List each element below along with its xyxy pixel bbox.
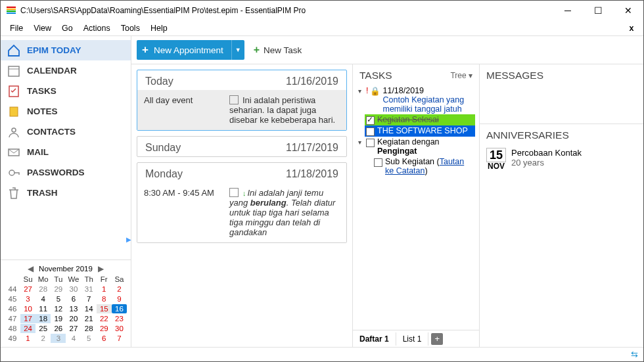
cal-day[interactable]: 13 bbox=[66, 304, 81, 313]
cal-day[interactable]: 30 bbox=[112, 324, 127, 333]
cal-day[interactable]: 17 bbox=[20, 314, 35, 323]
plus-icon: + bbox=[254, 44, 260, 56]
cal-day[interactable]: 7 bbox=[81, 294, 97, 304]
task-checkbox[interactable] bbox=[366, 139, 375, 147]
cal-day[interactable]: 31 bbox=[81, 284, 97, 294]
cal-day[interactable]: 6 bbox=[97, 334, 112, 343]
task-tab[interactable]: Daftar 1 bbox=[353, 332, 396, 346]
sidebar-item-contacts[interactable]: CONTACTS bbox=[1, 122, 131, 142]
task-text[interactable]: 11/18/2019Contoh Kegiatan yang memiliki … bbox=[382, 86, 474, 114]
menu-file[interactable]: File bbox=[5, 24, 28, 33]
cal-day[interactable]: 10 bbox=[20, 304, 35, 313]
cal-day[interactable]: 2 bbox=[35, 334, 51, 343]
anniv-age: 20 years bbox=[511, 158, 582, 168]
panel-title: MESSAGES bbox=[486, 70, 543, 81]
cal-day[interactable]: 18 bbox=[35, 314, 51, 323]
menu-help[interactable]: Help bbox=[145, 24, 173, 33]
cal-day[interactable]: 25 bbox=[35, 324, 51, 333]
menu-go[interactable]: Go bbox=[57, 24, 78, 33]
recurring-icon: ↓ bbox=[242, 189, 246, 197]
cal-day[interactable]: 19 bbox=[51, 314, 66, 323]
trash-icon bbox=[7, 187, 20, 200]
cal-day[interactable]: 4 bbox=[66, 334, 81, 343]
anniv-month: NOV bbox=[486, 162, 506, 170]
cal-day[interactable]: 24 bbox=[20, 324, 35, 333]
new-appointment-button[interactable]: +New Appointment ▼ bbox=[137, 40, 244, 60]
cal-day[interactable]: 3 bbox=[51, 334, 66, 343]
cal-day[interactable]: 27 bbox=[66, 324, 81, 333]
tree-toggle[interactable]: ▾ bbox=[358, 86, 366, 95]
mini-calendar[interactable]: ◀ November 2019 ▶ SuMoTuWeThFrSa44272829… bbox=[1, 260, 131, 347]
cal-day[interactable]: 29 bbox=[51, 284, 66, 294]
cal-day[interactable]: 20 bbox=[66, 314, 81, 323]
sidebar-item-trash[interactable]: TRASH bbox=[1, 183, 131, 203]
cal-day[interactable]: 15 bbox=[97, 304, 112, 313]
sidebar-label: MAIL bbox=[27, 147, 49, 157]
new-task-button[interactable]: + New Task bbox=[248, 40, 310, 60]
cal-day[interactable]: 28 bbox=[35, 284, 51, 294]
cal-day[interactable]: 21 bbox=[81, 314, 97, 323]
cal-day[interactable]: 5 bbox=[51, 294, 66, 304]
task-text[interactable]: Kegiatan Selesai bbox=[377, 115, 474, 124]
minimize-button[interactable]: ─ bbox=[553, 1, 583, 20]
close-button[interactable]: ✕ bbox=[613, 1, 643, 20]
task-checkbox[interactable] bbox=[366, 116, 375, 125]
cal-day[interactable]: 9 bbox=[112, 294, 127, 304]
cal-day[interactable]: 28 bbox=[81, 324, 97, 333]
sidebar-item-mail[interactable]: MAIL bbox=[1, 142, 131, 162]
menubar-close-button[interactable]: x bbox=[624, 24, 639, 33]
cal-day[interactable]: 26 bbox=[51, 324, 66, 333]
sidebar-item-notes[interactable]: NOTES bbox=[1, 101, 131, 122]
task-tab[interactable]: List 1 bbox=[396, 332, 429, 346]
task-checkbox[interactable] bbox=[366, 127, 375, 136]
event-checkbox[interactable] bbox=[229, 188, 239, 197]
menu-view[interactable]: View bbox=[28, 24, 57, 33]
cal-day[interactable]: 1 bbox=[20, 334, 35, 343]
cal-day[interactable]: 12 bbox=[51, 304, 66, 313]
today-block[interactable]: Today 11/16/2019 All day event Ini adala… bbox=[137, 70, 347, 131]
monday-block[interactable]: Monday 11/18/2019 8:30 AM - 9:45 AM ↓Ini… bbox=[137, 162, 347, 243]
menu-actions[interactable]: Actions bbox=[78, 24, 116, 33]
task-text[interactable]: Kegiatan dengan Pengingat bbox=[377, 137, 474, 156]
cal-day[interactable]: 1 bbox=[97, 284, 112, 294]
cal-day[interactable]: 7 bbox=[112, 334, 127, 343]
cal-day[interactable]: 29 bbox=[97, 324, 112, 333]
sidebar-item-calendar[interactable]: CALENDAR bbox=[1, 60, 131, 81]
right-column: MESSAGES ANNIVERSARIES 15 NOV Percobaan … bbox=[480, 64, 643, 347]
cal-day[interactable]: 5 bbox=[81, 334, 97, 343]
cal-day[interactable]: 6 bbox=[66, 294, 81, 304]
cal-day[interactable]: 16 bbox=[112, 304, 127, 313]
menu-tools[interactable]: Tools bbox=[116, 24, 145, 33]
new-appointment-dropdown[interactable]: ▼ bbox=[231, 40, 244, 60]
cal-day[interactable]: 27 bbox=[20, 284, 35, 294]
button-label: New Appointment bbox=[154, 45, 223, 55]
cal-day[interactable]: 3 bbox=[20, 294, 35, 304]
tasks-view-dropdown[interactable]: Tree ▾ bbox=[450, 71, 472, 80]
cal-day[interactable]: 11 bbox=[35, 304, 51, 313]
cal-day[interactable]: 23 bbox=[112, 314, 127, 323]
cal-day[interactable]: 8 bbox=[97, 294, 112, 304]
day-label: Sunday bbox=[145, 142, 181, 154]
sync-icon[interactable]: ⇆ bbox=[631, 350, 638, 359]
anniversary-item[interactable]: 15 NOV Percobaan Kontak 20 years bbox=[480, 144, 643, 174]
task-checkbox[interactable] bbox=[374, 158, 382, 167]
sidebar-collapse-handle[interactable]: ▶ bbox=[1, 203, 131, 260]
cal-next-button[interactable]: ▶ bbox=[97, 264, 106, 273]
task-text[interactable]: Sub Kegiatan (Tautan ke Catatan) bbox=[385, 157, 474, 175]
event-checkbox[interactable] bbox=[229, 95, 239, 104]
task-text[interactable]: THE SOFTWARE SHOP bbox=[377, 126, 474, 135]
sidebar-item-epim-today[interactable]: EPIM TODAY bbox=[1, 40, 131, 60]
maximize-button[interactable]: ☐ bbox=[583, 1, 613, 20]
cal-prev-button[interactable]: ◀ bbox=[26, 264, 35, 273]
cal-day[interactable]: 30 bbox=[66, 284, 81, 294]
cal-day[interactable]: 4 bbox=[35, 294, 51, 304]
sunday-block[interactable]: Sunday 11/17/2019 bbox=[137, 136, 347, 157]
sidebar-item-tasks[interactable]: TASKS bbox=[1, 81, 131, 101]
cal-day[interactable]: 2 bbox=[112, 284, 127, 294]
cal-day[interactable]: 22 bbox=[97, 314, 112, 323]
sidebar-item-passwords[interactable]: PASSWORDS bbox=[1, 162, 131, 183]
cal-day[interactable]: 14 bbox=[81, 304, 97, 313]
add-task-list-button[interactable]: + bbox=[431, 333, 443, 345]
tree-toggle[interactable]: ▾ bbox=[358, 137, 366, 146]
svg-point-6 bbox=[9, 170, 14, 175]
